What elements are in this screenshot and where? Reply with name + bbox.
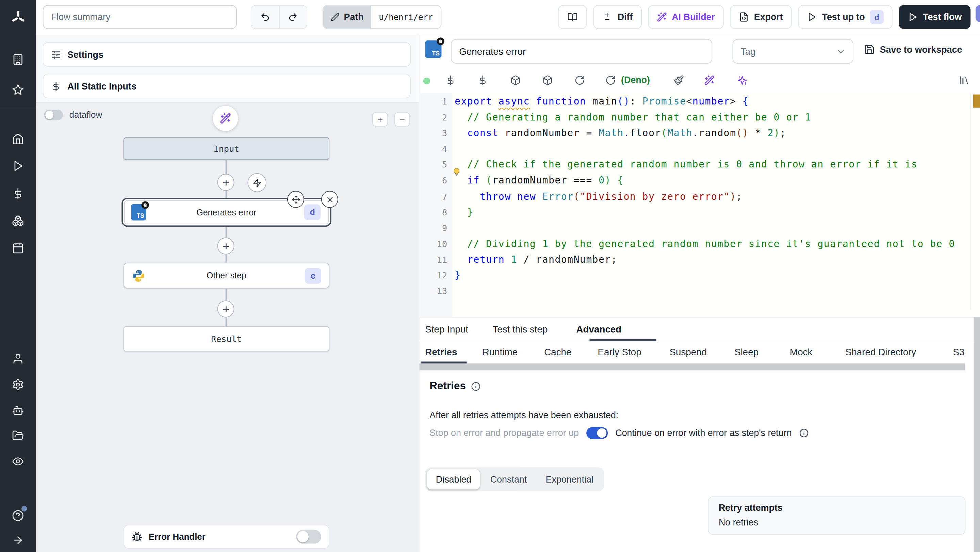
trigger-zap-button[interactable] [247,173,266,192]
code-line [455,220,967,236]
code-line: throw new Error("Division by zero error"… [455,189,967,204]
test-up-to-label: Test up to [822,12,865,22]
add-step-button[interactable] [218,174,234,191]
continue-on-error-toggle[interactable] [586,427,608,439]
flow-node-other-step[interactable]: Other step e [124,263,329,289]
code-line: // Generating a random number that can e… [455,110,967,125]
ai-builder-button[interactable]: AI Builder [648,5,724,29]
resources-boxes-icon[interactable] [0,213,36,228]
continue-on-error-label[interactable]: Continue on error with error as step's r… [615,428,791,438]
panel-vertical-scrollbar[interactable] [974,317,980,552]
docs-button[interactable] [558,5,587,29]
flow-settings-button[interactable]: Settings [43,42,411,67]
code-line: const randomNumber = Math.floor(Math.ran… [455,126,967,141]
save-to-workspace-button[interactable]: Save to workspace [864,44,962,55]
undo-button[interactable] [251,6,279,29]
package-icon[interactable] [510,75,520,86]
error-handler-toggle[interactable] [296,530,321,544]
subtab-cache[interactable]: Cache [544,341,571,361]
strategy-exponential-button[interactable]: Exponential [537,469,602,489]
diff-button[interactable]: Diff [593,5,641,29]
help-notification-dot [21,506,27,512]
flow-summary-input[interactable] [43,5,237,29]
tab-test-this-step[interactable]: Test this step [492,318,547,340]
test-up-to-step-badge: d [870,10,884,24]
subtab-mock[interactable]: Mock [790,341,812,361]
hint-lightbulb-icon[interactable] [452,167,461,176]
favorites-star-icon[interactable] [0,82,36,97]
path-button[interactable]: Path [323,6,371,29]
variables-dollar-icon[interactable] [445,75,456,86]
code-line [455,283,967,299]
tab-advanced[interactable]: Advanced [576,318,622,340]
redo-button[interactable] [279,6,307,29]
collapse-sidebar-icon[interactable] [0,532,36,547]
file-code-icon [739,12,749,22]
ai-wand-icon[interactable] [704,75,714,86]
info-icon[interactable] [799,428,809,437]
code-editor[interactable]: 12345678910111213 export async function … [420,93,980,317]
subtabs-horizontal-scrollbar[interactable] [420,363,965,370]
error-handler-card[interactable]: Error Handler [124,525,329,549]
stop-on-error-label[interactable]: Stop on error and propagate error up [430,428,579,438]
export-button[interactable]: Export [730,5,791,29]
code-content[interactable]: export async function main(): Promise<nu… [455,94,967,299]
subtab-runtime[interactable]: Runtime [482,341,517,361]
tag-select[interactable]: Tag [733,39,853,64]
zoom-out-button[interactable]: − [395,112,410,127]
subtab-sleep[interactable]: Sleep [734,341,759,361]
active-tab-underline [589,339,656,340]
package-icon[interactable] [542,75,553,86]
test-flow-button[interactable]: Test flow [899,5,971,29]
zoom-in-button[interactable]: + [372,112,388,127]
all-static-inputs-button[interactable]: All Static Inputs [43,74,411,99]
schedules-calendar-icon[interactable] [0,240,36,255]
strategy-disabled-button[interactable]: Disabled [427,469,480,489]
user-icon[interactable] [0,351,36,366]
info-icon[interactable] [471,382,480,391]
move-step-button[interactable] [287,191,304,208]
flow-graph-panel: Settings All Static Inputs dataflow + − … [36,35,420,552]
assistant-edge-button[interactable] [975,5,980,22]
code-line: export async function main(): Promise<nu… [455,94,967,110]
subtab-suspend[interactable]: Suspend [670,341,707,361]
delete-step-button[interactable] [321,191,338,208]
step-language-icon: TS [425,40,441,58]
variables-dollar-icon[interactable] [0,186,36,201]
flow-node-result[interactable]: Result [124,326,329,352]
subtab-early-stop[interactable]: Early Stop [598,341,641,361]
static-inputs-label: All Static Inputs [67,81,137,91]
save-to-workspace-label: Save to workspace [880,44,962,54]
runtime-label[interactable]: (Deno) [621,75,650,85]
deno-icon [437,37,445,45]
workspace-building-icon[interactable] [0,52,36,67]
step-name-input[interactable] [451,39,712,64]
windmill-logo-icon[interactable] [0,0,36,35]
test-up-to-button[interactable]: Test up tod [798,5,892,29]
path-value[interactable]: u/henri/err [371,6,441,29]
library-panel-icon[interactable] [959,75,969,86]
tab-step-input[interactable]: Step Input [425,318,468,340]
resources-dollar-icon[interactable] [477,75,488,86]
ai-sparkles-icon[interactable] [737,75,748,86]
subtab-retries[interactable]: Retries [425,341,457,361]
dataflow-toggle[interactable] [44,110,63,120]
workers-robot-icon[interactable] [0,402,36,418]
subtab-shared-directory[interactable]: Shared Directory [845,341,916,361]
settings-gear-icon[interactable] [0,377,36,392]
folders-icon[interactable] [0,428,36,443]
strategy-constant-button[interactable]: Constant [482,469,536,489]
audit-eye-icon[interactable] [0,453,36,469]
add-step-button[interactable] [218,237,234,255]
retry-attempts-value: No retries [719,517,955,528]
ai-flow-wand-button[interactable] [213,106,238,131]
add-step-button[interactable] [218,301,234,318]
runs-play-icon[interactable] [0,158,36,173]
help-icon[interactable] [0,508,36,523]
reload-runtime-icon[interactable] [605,75,616,86]
home-icon[interactable] [0,131,36,146]
flow-node-input[interactable]: Input [124,137,329,160]
reload-icon[interactable] [574,75,585,86]
subtab-s3[interactable]: S3 [953,341,964,361]
paintbrush-format-icon[interactable] [673,75,684,86]
